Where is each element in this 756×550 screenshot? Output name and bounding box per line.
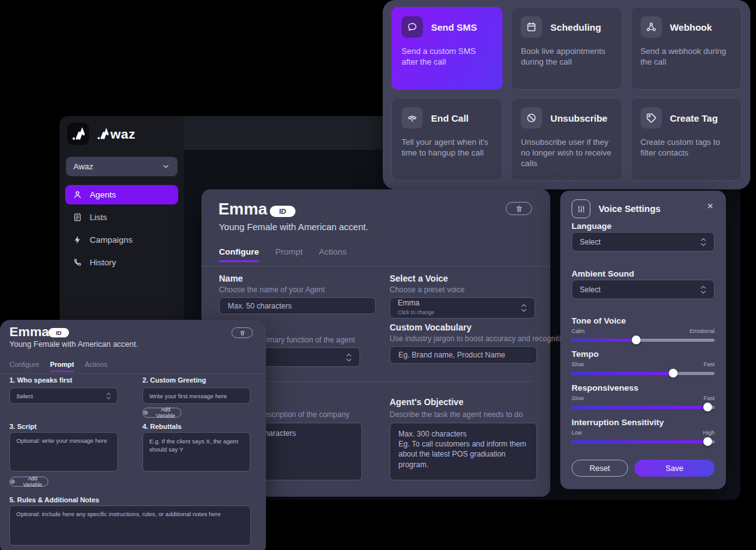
save-button[interactable]: Save (634, 460, 715, 477)
close-icon[interactable]: × (707, 201, 713, 211)
sidebar-item-lists[interactable]: Lists (65, 208, 178, 227)
interruption-slider[interactable] (572, 437, 715, 446)
card-title: Scheduling (550, 22, 601, 33)
tab-actions[interactable]: Actions (85, 361, 107, 368)
agent-name-title: Emma (218, 199, 267, 219)
id-badge[interactable]: ID (48, 328, 69, 337)
rebuttals-label: 4. Rebuttals (142, 423, 181, 430)
who-speaks-first-label: 1. Who speaks first (9, 376, 72, 384)
script-label: 3. Script (9, 423, 36, 430)
tab-actions[interactable]: Actions (319, 247, 346, 256)
slider-knob[interactable] (669, 369, 678, 378)
ambient-select[interactable]: Select (572, 280, 715, 299)
trash-icon (516, 205, 523, 213)
name-input[interactable]: Max. 50 characters (219, 297, 376, 314)
card-description: Create custom tags to filter contacts (641, 137, 732, 158)
action-card-end-call[interactable]: End Call Tell your agent when it's time … (391, 98, 503, 181)
action-card-create-tag[interactable]: Create Tag Create custom tags to filter … (631, 98, 742, 181)
rebuttals-textarea[interactable]: E.g. If the client says X, the agent sho… (142, 432, 250, 472)
divider (0, 373, 266, 374)
reset-button[interactable]: Reset (572, 460, 628, 477)
sidebar-item-history[interactable]: History (65, 253, 178, 272)
language-label: Language (572, 221, 612, 231)
rules-label: 5. Rules & Additional Notes (9, 496, 99, 504)
voice-value: Emma (398, 299, 420, 307)
document-icon (72, 213, 82, 222)
sidebar-item-label: Campaigns (90, 235, 132, 245)
objective-textarea[interactable]: Max. 300 characters Eg. To call customer… (390, 423, 537, 480)
delete-agent-button[interactable] (506, 202, 532, 215)
objective-hint: Describe the task the agent needs to do (390, 410, 523, 419)
tone-max-label: Emotional (689, 328, 715, 334)
responsiveness-max-label: Fast (703, 395, 715, 401)
voice-select[interactable]: Emma Click to change (390, 297, 535, 319)
interruption-label: Interruption Sensitivity (572, 418, 664, 427)
id-badge[interactable]: ID (270, 206, 295, 217)
card-description: Tell your agent when it's time to hangup… (402, 137, 492, 158)
plus-circle-icon (10, 479, 15, 484)
phone-icon (72, 258, 82, 267)
action-card-webhook[interactable]: Webhook Send a webhook during the call (631, 7, 742, 90)
awaz-wordmark: waz (97, 127, 136, 142)
custom-greeting-input[interactable]: Write your first message here (142, 388, 250, 404)
card-description: Book live appointments during the call (521, 46, 612, 67)
tab-prompt[interactable]: Prompt (50, 361, 75, 368)
language-select[interactable]: Select (572, 232, 715, 251)
divider (201, 266, 550, 267)
chat-bubble-icon (402, 16, 423, 38)
slider-knob[interactable] (703, 437, 712, 446)
add-variable-label: Add Variable (151, 406, 181, 419)
add-variable-button[interactable]: Add Variable (9, 477, 48, 487)
voice-settings-header: Voice Settings (572, 199, 661, 218)
slider-knob[interactable] (632, 336, 641, 344)
stage: waz Awaz Agents Lists (0, 0, 756, 550)
language-value: Select (580, 238, 600, 246)
agent-name-title: Emma (9, 324, 49, 339)
card-description: Send a webhook during the call (641, 46, 732, 67)
responsiveness-min-label: Slow (572, 395, 584, 401)
who-value: Select (16, 393, 33, 399)
workspace-dropdown[interactable]: Awaz (66, 157, 178, 176)
add-variable-button[interactable]: Add Variable (142, 408, 181, 418)
responsiveness-label: Responsiveness (572, 383, 639, 393)
person-icon (72, 190, 82, 199)
action-card-unsubscribe[interactable]: Unsubscribe Unsubscribe user if they no … (511, 98, 622, 181)
action-card-send-sms[interactable]: Send SMS Send a custom SMS after the cal… (391, 7, 503, 90)
chevron-updown-icon (700, 237, 706, 247)
sidebar-item-campaigns[interactable]: Campaigns (65, 230, 178, 250)
voice-sub: Click to change (398, 309, 434, 315)
tone-min-label: Calm (572, 328, 585, 334)
tempo-slider[interactable] (572, 369, 715, 378)
rules-textarea[interactable]: Optional: include here any specific inst… (9, 505, 251, 546)
vocab-input[interactable]: Eg. Brand name, Product Name (390, 346, 537, 364)
tabs: Configure Prompt Actions (9, 361, 107, 368)
phone-hangup-icon (402, 107, 423, 129)
who-speaks-first-select[interactable]: Select (9, 388, 118, 404)
action-card-scheduling[interactable]: Scheduling Book live appointments during… (511, 7, 622, 90)
brand-row: waz (60, 116, 184, 145)
add-variable-label: Add Variable (18, 475, 48, 488)
block-icon (521, 107, 542, 129)
slider-knob[interactable] (703, 403, 712, 411)
agent-prompt-panel: Emma ID Young Female with American accen… (0, 320, 266, 550)
delete-agent-button[interactable] (232, 327, 253, 338)
voice-settings-title: Voice Settings (599, 204, 661, 214)
card-title: Unsubscribe (550, 113, 607, 124)
card-title: End Call (431, 113, 469, 124)
responsiveness-slider[interactable] (572, 403, 715, 411)
tab-configure[interactable]: Configure (9, 361, 40, 368)
tab-configure[interactable]: Configure (219, 247, 259, 256)
name-label: Name (219, 273, 243, 283)
sidebar-item-agents[interactable]: Agents (65, 185, 178, 204)
script-textarea[interactable]: Optional: write your message here (9, 432, 118, 472)
tempo-max-label: Fast (703, 361, 715, 368)
tone-of-voice-slider[interactable] (572, 336, 715, 344)
sliders-icon (572, 199, 590, 218)
lightning-icon (72, 235, 82, 245)
tab-prompt[interactable]: Prompt (275, 247, 303, 256)
ambient-value: Select (580, 285, 600, 294)
card-description: Send a custom SMS after the call (402, 46, 492, 67)
chevron-updown-icon (521, 303, 527, 313)
sidebar-nav: Agents Lists Campaigns (60, 185, 184, 272)
plus-circle-icon (143, 410, 148, 415)
